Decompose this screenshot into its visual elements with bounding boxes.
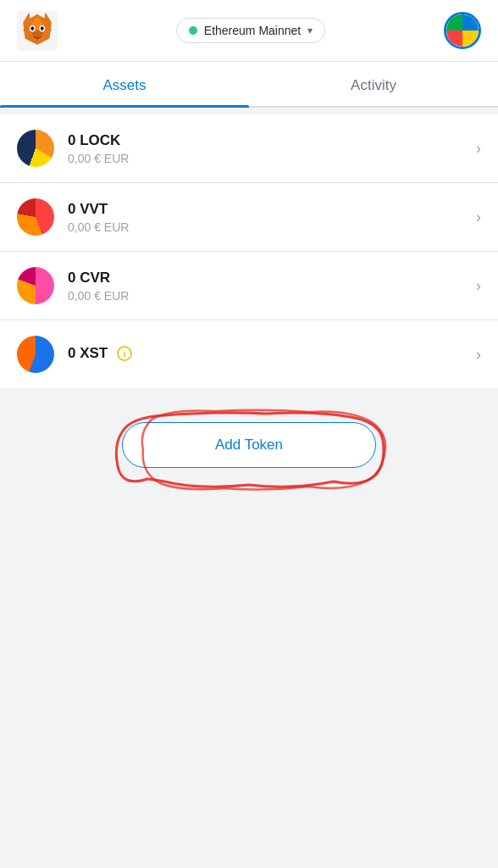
tab-bar: Assets Activity bbox=[0, 62, 498, 108]
token-value-vvt: 0,00 € EUR bbox=[68, 220, 476, 234]
token-item-vvt[interactable]: 0 VVT 0,00 € EUR › bbox=[0, 183, 498, 252]
token-item-cvr[interactable]: 0 CVR 0,00 € EUR › bbox=[0, 252, 498, 320]
account-avatar[interactable] bbox=[444, 12, 481, 49]
tab-assets[interactable]: Assets bbox=[0, 62, 249, 106]
tab-activity[interactable]: Activity bbox=[249, 62, 498, 106]
add-token-button[interactable]: Add Token bbox=[122, 422, 376, 468]
token-list: 0 LOCK 0,00 € EUR › 0 VVT 0,00 € EUR › 0… bbox=[0, 114, 498, 388]
token-icon-cvr bbox=[17, 267, 54, 304]
token-chevron-cvr-icon: › bbox=[476, 277, 481, 295]
svg-point-13 bbox=[41, 26, 44, 31]
token-name-vvt: 0 VVT bbox=[68, 201, 476, 218]
token-item-lock[interactable]: 0 LOCK 0,00 € EUR › bbox=[0, 114, 498, 183]
token-info-cvr: 0 CVR 0,00 € EUR bbox=[68, 270, 476, 303]
token-chevron-vvt-icon: › bbox=[476, 209, 481, 226]
metamask-logo bbox=[17, 10, 58, 51]
token-info-xst: 0 XST i bbox=[68, 345, 476, 364]
token-name-lock: 0 LOCK bbox=[68, 132, 476, 149]
token-name-xst: 0 XST i bbox=[68, 345, 476, 362]
token-info-lock: 0 LOCK 0,00 € EUR bbox=[68, 132, 476, 165]
token-value-cvr: 0,00 € EUR bbox=[68, 289, 476, 303]
token-icon-vvt bbox=[17, 198, 54, 236]
svg-point-12 bbox=[30, 26, 34, 31]
header: Ethereum Mainnet ▾ bbox=[0, 0, 498, 62]
token-item-xst[interactable]: 0 XST i › bbox=[0, 320, 498, 388]
token-chevron-xst-icon: › bbox=[476, 346, 481, 364]
add-token-container: Add Token bbox=[17, 422, 481, 468]
token-value-lock: 0,00 € EUR bbox=[68, 152, 476, 165]
token-icon-xst bbox=[17, 336, 54, 373]
token-info-vvt: 0 VVT 0,00 € EUR bbox=[68, 201, 476, 234]
network-chevron-icon: ▾ bbox=[307, 25, 313, 36]
token-name-cvr: 0 CVR bbox=[68, 270, 476, 287]
token-icon-lock bbox=[17, 130, 54, 167]
add-token-section: Add Token bbox=[0, 388, 498, 502]
network-status-dot bbox=[189, 26, 197, 35]
token-chevron-lock-icon: › bbox=[476, 140, 481, 158]
xst-info-icon[interactable]: i bbox=[117, 346, 132, 361]
avatar-colors bbox=[446, 14, 479, 47]
network-name: Ethereum Mainnet bbox=[204, 24, 301, 37]
network-selector[interactable]: Ethereum Mainnet ▾ bbox=[176, 18, 325, 43]
